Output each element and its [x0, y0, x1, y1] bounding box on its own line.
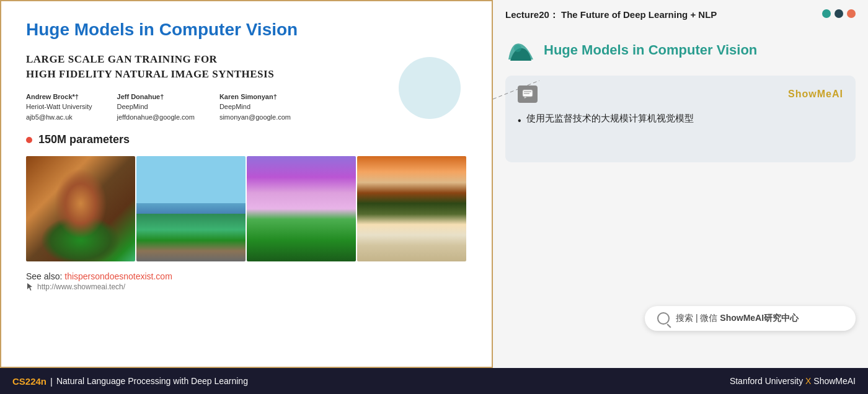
showmeai-label: ShowMeAI [813, 376, 856, 386]
svg-point-1 [514, 45, 521, 52]
params-text: 150M parameters [38, 133, 130, 146]
search-icon [657, 312, 670, 325]
island-image [136, 156, 246, 261]
note-card-header: ShowMeAI [518, 85, 843, 103]
author-3: Karen Simonyan† DeepMind simonyan@google… [219, 92, 291, 123]
dot-teal [822, 9, 831, 18]
see-also-block: See also: thispersondoesnotexist.com [26, 271, 467, 281]
image-grid [26, 156, 466, 261]
bullet-icon [26, 137, 32, 143]
author-1: Andrew Brock*† Heriot-Watt University aj… [26, 92, 92, 123]
dot-dark [835, 9, 843, 18]
lecture-header: Lecture20： The Future of Deep Learning +… [505, 9, 856, 26]
stanford-label: Stanford University [730, 376, 803, 386]
note-bullet: • 使用无监督技术的大规模计算机视觉模型 [518, 113, 843, 126]
butterfly-image [247, 156, 356, 261]
see-also-link[interactable]: thispersondoesnotexist.com [64, 271, 172, 281]
dot-orange [847, 9, 856, 18]
bottom-bar-right: Stanford University X ShowMeAI [730, 376, 856, 386]
slide-title: Huge Models in Computer Vision [26, 20, 467, 40]
dots-row [822, 9, 856, 18]
speech-bubble-icon [522, 89, 533, 99]
course-title: Natural Language Processing with Deep Le… [56, 376, 248, 386]
course-code: CS224n [12, 376, 46, 387]
note-card: ShowMeAI • 使用无监督技术的大规模计算机视觉模型 [505, 76, 856, 162]
author-2: Jeff Donahue† DeepMind jeffdonahue@googl… [117, 92, 195, 123]
burger-image [357, 156, 466, 261]
showmeai-brand: ShowMeAI [788, 89, 843, 100]
right-panel: Lecture20： The Future of Deep Learning +… [493, 0, 868, 368]
note-icon [518, 85, 538, 103]
search-text: 搜索 | 微信 ShowMeAI研究中心 [676, 313, 799, 324]
params-block: 150M parameters [26, 133, 467, 146]
main-content: Huge Models in Computer Vision Large Sca… [0, 0, 868, 368]
bullet-point: • [518, 115, 521, 126]
bottom-bar: CS224n | Natural Language Processing wit… [0, 368, 868, 394]
search-bar[interactable]: 搜索 | 微信 ShowMeAI研究中心 [645, 306, 856, 331]
circle-decoration [399, 57, 461, 119]
showmeai-logo [505, 35, 536, 66]
search-label: 搜索 | 微信 [676, 313, 720, 323]
separator: | [50, 376, 53, 387]
note-text: 使用无监督技术的大规模计算机视觉模型 [526, 113, 694, 125]
x-separator: X [805, 376, 813, 386]
bottom-bar-left: CS224n | Natural Language Processing wit… [12, 376, 248, 387]
right-heading: Huge Models in Computer Vision [544, 42, 757, 58]
dog-image [26, 156, 135, 261]
right-title-block: Huge Models in Computer Vision [505, 35, 856, 66]
showmeai-url: http://www.showmeai.tech/ [26, 282, 467, 291]
search-brand: ShowMeAI研究中心 [720, 313, 799, 323]
slide-panel: Huge Models in Computer Vision Large Sca… [0, 0, 493, 368]
svg-marker-0 [27, 283, 32, 291]
cursor-icon [26, 282, 35, 291]
